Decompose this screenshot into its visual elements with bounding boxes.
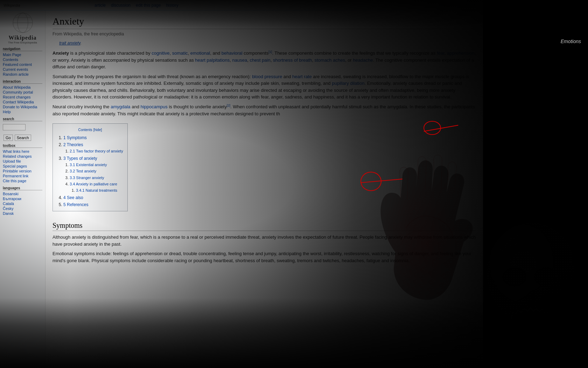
- toolbox-whatlinks[interactable]: What links here: [3, 149, 42, 154]
- globe-icon: [12, 12, 33, 33]
- nav-contents[interactable]: Contents: [3, 57, 42, 62]
- hatnote: trait anxiety.: [52, 40, 476, 46]
- lang-catala[interactable]: Català: [3, 201, 42, 206]
- toc-item-4: 4 See also: [63, 194, 123, 201]
- nav-about[interactable]: About Wikipedia: [3, 85, 42, 90]
- link-pupillary[interactable]: pupillary dilation: [332, 81, 364, 86]
- emotions-label: Emotions: [561, 39, 581, 44]
- link-breath[interactable]: shortness of breath: [273, 57, 312, 63]
- skull-svg: [476, 217, 588, 350]
- svg-point-5: [486, 223, 578, 324]
- toc-item-5: 5 References: [63, 201, 123, 208]
- intro-paragraph-1: Anxiety is a physiological state charact…: [52, 50, 476, 70]
- login-link[interactable]: Log in / create account: [439, 2, 478, 6]
- skull-illustration: [476, 217, 588, 350]
- link-apprehension[interactable]: apprehension: [447, 50, 475, 56]
- toolbox-special[interactable]: Special pages: [3, 164, 42, 169]
- search-section-title: search: [3, 117, 42, 121]
- link-emotional[interactable]: emotional: [190, 50, 210, 56]
- toc-link-palliative[interactable]: 3.4 Anxiety in palliative care: [70, 182, 117, 186]
- toc-item-3: 3 Types of anxiety 3.1 Existential anxie…: [63, 155, 123, 195]
- nav-random[interactable]: Random article: [3, 72, 42, 77]
- toc-item-3-1: 3.1 Existential anxiety: [70, 162, 123, 168]
- link-heart-rate[interactable]: heart rate: [292, 74, 312, 79]
- lang-bosanski[interactable]: Bosanski: [3, 191, 42, 196]
- link-hippocampus[interactable]: hippocampus: [140, 104, 167, 109]
- nav-help[interactable]: Help: [3, 109, 42, 114]
- tab-article[interactable]: article: [94, 3, 106, 8]
- nav-contact[interactable]: Contact Wikipedia: [3, 100, 42, 104]
- toolbox-upload[interactable]: Upload file: [3, 159, 42, 164]
- toc-item-3-4-1: 3.4.1 Natural treatments: [76, 187, 123, 194]
- toc-sublist-3: 3.1 Existential anxiety 3.2 Test anxiety…: [63, 162, 123, 194]
- toc-link-existential[interactable]: 3.1 Existential anxiety: [70, 163, 107, 167]
- nav-links: Main Page Contents Featured content Curr…: [3, 52, 42, 77]
- search-button[interactable]: Search: [15, 135, 31, 141]
- from-wikipedia: From Wikipedia, the free encyclopedia: [52, 31, 476, 37]
- trait-anxiety-link[interactable]: trait anxiety: [59, 41, 80, 46]
- link-palpitations[interactable]: heart palpitations: [195, 57, 230, 63]
- toolbox-permanent[interactable]: Permanent link: [3, 173, 42, 178]
- link-cognitive[interactable]: cognitive: [152, 50, 169, 56]
- sidebar: Wikipedia The Free Encyclopedia navigati…: [0, 11, 46, 368]
- svg-point-6: [502, 267, 527, 287]
- search-box: Go Search: [3, 124, 42, 141]
- nav-community[interactable]: Community portal: [3, 90, 42, 95]
- nav-section-title: navigation: [3, 47, 42, 51]
- tab-edit[interactable]: edit this page: [136, 3, 161, 8]
- link-behavioral[interactable]: behavioral: [222, 50, 243, 56]
- languages-section-title: languages: [3, 186, 42, 190]
- toc-item-2: 2 Theories 2.1 Two factor theory of anxi…: [63, 141, 123, 155]
- link-amygdala[interactable]: amygdala: [111, 104, 130, 109]
- search-input[interactable]: [3, 124, 26, 130]
- link-chest-pain[interactable]: chest pain: [250, 57, 270, 63]
- tab-history[interactable]: history: [166, 3, 178, 8]
- link-nausea[interactable]: nausea: [232, 57, 247, 63]
- toc-link-stranger[interactable]: 3.3 Stranger anxiety: [70, 176, 104, 180]
- wikipedia-wordmark: Wikipedia: [3, 35, 42, 41]
- toolbox-section-title: toolbox: [3, 144, 42, 148]
- link-stomach[interactable]: stomach aches: [314, 57, 345, 63]
- toc-list: 1 Symptoms 2 Theories 2.1 Two factor the…: [57, 134, 123, 208]
- table-of-contents: Contents [hide] 1 Symptoms 2 Theories 2.…: [52, 123, 128, 211]
- page-tabs: article discussion edit this page histor…: [94, 3, 178, 8]
- nav-current-events[interactable]: Current events: [3, 67, 42, 72]
- toc-link-twofactor[interactable]: 2.1 Two factor theory of anxiety: [70, 149, 123, 153]
- go-button[interactable]: Go: [4, 135, 13, 141]
- link-somatic[interactable]: somatic: [172, 50, 188, 56]
- toc-sublist-2: 2.1 Two factor theory of anxiety: [63, 148, 123, 155]
- nav-main-page[interactable]: Main Page: [3, 52, 42, 57]
- lang-dansk[interactable]: Dansk: [3, 211, 42, 216]
- nav-featured[interactable]: Featured content: [3, 62, 42, 67]
- toc-link-theories[interactable]: 2 Theories: [63, 142, 83, 147]
- top-bar: Wikipedia article discussion edit this p…: [0, 0, 483, 11]
- toc-link-references[interactable]: 5 References: [63, 202, 88, 207]
- toolbox-cite[interactable]: Cite this page: [3, 178, 42, 183]
- toc-link-types[interactable]: 3 Types of anxiety: [63, 156, 97, 161]
- toc-link-test[interactable]: 3.2 Test anxiety: [70, 169, 96, 173]
- wikipedia-logo: Wikipedia The Free Encyclopedia: [3, 12, 42, 44]
- toc-link-see-also[interactable]: 4 See also: [63, 195, 83, 200]
- wikipedia-tagline: The Free Encyclopedia: [3, 41, 42, 44]
- page-title: Anxiety: [52, 14, 476, 29]
- link-fear[interactable]: fear: [437, 50, 444, 56]
- link-blood-pressure[interactable]: blood pressure: [252, 74, 282, 79]
- toc-item-3-4: 3.4 Anxiety in palliative care 3.4.1 Nat…: [70, 181, 123, 194]
- interaction-links: About Wikipedia Community portal Recent …: [3, 85, 42, 114]
- toolbox-related-changes[interactable]: Related changes: [3, 154, 42, 159]
- toc-link-symptoms[interactable]: 1 Symptoms: [63, 135, 87, 140]
- toolbox-printable[interactable]: Printable version: [3, 169, 42, 173]
- toc-hide[interactable]: [hide]: [93, 128, 102, 132]
- intro-paragraph-2: Somatically the body prepares the organi…: [52, 73, 476, 101]
- toolbox-links: What links here Related changes Upload f…: [3, 149, 42, 183]
- toc-link-natural[interactable]: 3.4.1 Natural treatments: [76, 188, 117, 192]
- nav-recent-changes[interactable]: Recent changes: [3, 95, 42, 100]
- toc-item-1: 1 Symptoms: [63, 134, 123, 141]
- lang-czech[interactable]: Česky: [3, 206, 42, 211]
- tab-discussion[interactable]: discussion: [111, 3, 131, 8]
- toc-item-3-2: 3.2 Test anxiety: [70, 168, 123, 175]
- lang-bulgarian[interactable]: Български: [3, 196, 42, 201]
- interaction-section-title: interaction: [3, 80, 42, 84]
- link-headache[interactable]: headache: [353, 57, 373, 63]
- nav-donate[interactable]: Donate to Wikipedia: [3, 104, 42, 109]
